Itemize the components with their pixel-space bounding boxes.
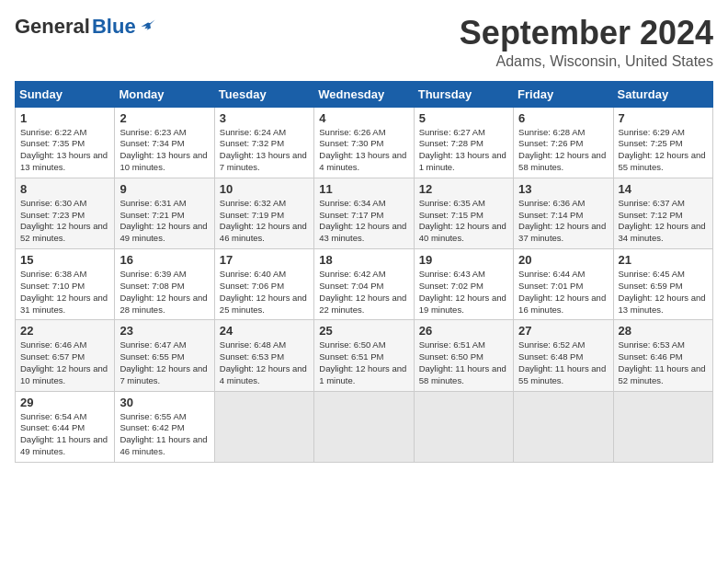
cell-content: Sunrise: 6:50 AMSunset: 6:51 PMDaylight:… xyxy=(319,339,408,386)
cell-content: Sunrise: 6:45 AMSunset: 6:59 PMDaylight:… xyxy=(619,269,708,316)
day-number: 10 xyxy=(220,182,309,196)
logo-blue: Blue xyxy=(92,15,136,39)
cell-content: Sunrise: 6:22 AMSunset: 7:35 PMDaylight:… xyxy=(20,127,109,174)
day-header-saturday: Saturday xyxy=(613,81,712,107)
day-number: 29 xyxy=(20,396,109,409)
day-number: 8 xyxy=(20,182,109,196)
day-number: 14 xyxy=(619,182,708,196)
logo-general: General xyxy=(15,15,90,39)
day-number: 18 xyxy=(319,253,408,267)
cell-content: Sunrise: 6:24 AMSunset: 7:32 PMDaylight:… xyxy=(220,127,309,174)
day-number: 26 xyxy=(419,324,508,338)
day-number: 27 xyxy=(518,324,608,338)
cell-content: Sunrise: 6:47 AMSunset: 6:55 PMDaylight:… xyxy=(119,339,209,386)
cell-content: Sunrise: 6:54 AMSunset: 6:44 PMDaylight:… xyxy=(20,411,109,458)
logo-bird-icon xyxy=(140,18,156,35)
calendar-week-5: 29Sunrise: 6:54 AMSunset: 6:44 PMDayligh… xyxy=(16,391,713,462)
calendar-cell-17: 17Sunrise: 6:40 AMSunset: 7:06 PMDayligh… xyxy=(214,249,313,320)
day-number: 20 xyxy=(518,253,608,267)
day-number: 12 xyxy=(419,182,508,196)
day-number: 9 xyxy=(119,182,209,196)
cell-content: Sunrise: 6:30 AMSunset: 7:23 PMDaylight:… xyxy=(20,198,109,245)
day-number: 16 xyxy=(119,253,209,267)
empty-cell xyxy=(414,391,513,462)
cell-content: Sunrise: 6:43 AMSunset: 7:02 PMDaylight:… xyxy=(419,269,508,316)
cell-content: Sunrise: 6:26 AMSunset: 7:30 PMDaylight:… xyxy=(319,127,408,174)
cell-content: Sunrise: 6:29 AMSunset: 7:25 PMDaylight:… xyxy=(619,127,708,174)
calendar-table: SundayMondayTuesdayWednesdayThursdayFrid… xyxy=(15,81,713,463)
calendar-cell-7: 7Sunrise: 6:29 AMSunset: 7:25 PMDaylight… xyxy=(613,107,712,178)
cell-content: Sunrise: 6:23 AMSunset: 7:34 PMDaylight:… xyxy=(119,127,209,174)
calendar-cell-21: 21Sunrise: 6:45 AMSunset: 6:59 PMDayligh… xyxy=(613,249,712,320)
day-number: 25 xyxy=(319,324,408,338)
day-number: 28 xyxy=(619,324,708,338)
calendar-cell-26: 26Sunrise: 6:51 AMSunset: 6:50 PMDayligh… xyxy=(414,320,513,391)
day-number: 15 xyxy=(20,253,109,267)
calendar-week-2: 8Sunrise: 6:30 AMSunset: 7:23 PMDaylight… xyxy=(16,178,713,248)
calendar-cell-6: 6Sunrise: 6:28 AMSunset: 7:26 PMDaylight… xyxy=(514,107,613,178)
calendar-week-3: 15Sunrise: 6:38 AMSunset: 7:10 PMDayligh… xyxy=(16,249,713,320)
empty-cell xyxy=(514,391,613,462)
logo: GeneralBlue xyxy=(15,15,156,39)
day-number: 7 xyxy=(619,111,708,125)
calendar-cell-4: 4Sunrise: 6:26 AMSunset: 7:30 PMDaylight… xyxy=(314,107,414,178)
calendar-cell-9: 9Sunrise: 6:31 AMSunset: 7:21 PMDaylight… xyxy=(115,178,214,248)
day-number: 17 xyxy=(220,253,309,267)
calendar-week-1: 1Sunrise: 6:22 AMSunset: 7:35 PMDaylight… xyxy=(16,107,713,178)
cell-content: Sunrise: 6:34 AMSunset: 7:17 PMDaylight:… xyxy=(319,198,408,245)
calendar-cell-1: 1Sunrise: 6:22 AMSunset: 7:35 PMDaylight… xyxy=(16,107,115,178)
cell-content: Sunrise: 6:46 AMSunset: 6:57 PMDaylight:… xyxy=(20,339,109,386)
calendar-cell-13: 13Sunrise: 6:36 AMSunset: 7:14 PMDayligh… xyxy=(514,178,613,248)
cell-content: Sunrise: 6:44 AMSunset: 7:01 PMDaylight:… xyxy=(518,269,608,316)
calendar-cell-23: 23Sunrise: 6:47 AMSunset: 6:55 PMDayligh… xyxy=(115,320,214,391)
day-number: 23 xyxy=(119,324,209,338)
calendar-cell-27: 27Sunrise: 6:52 AMSunset: 6:48 PMDayligh… xyxy=(514,320,613,391)
page-header: GeneralBlue September 2024 Adams, Wiscon… xyxy=(15,15,713,70)
calendar-cell-22: 22Sunrise: 6:46 AMSunset: 6:57 PMDayligh… xyxy=(16,320,115,391)
cell-content: Sunrise: 6:55 AMSunset: 6:42 PMDaylight:… xyxy=(119,411,209,458)
cell-content: Sunrise: 6:42 AMSunset: 7:04 PMDaylight:… xyxy=(319,269,408,316)
calendar-cell-15: 15Sunrise: 6:38 AMSunset: 7:10 PMDayligh… xyxy=(16,249,115,320)
day-header-monday: Monday xyxy=(115,81,214,107)
cell-content: Sunrise: 6:40 AMSunset: 7:06 PMDaylight:… xyxy=(220,269,309,316)
cell-content: Sunrise: 6:48 AMSunset: 6:53 PMDaylight:… xyxy=(220,339,309,386)
cell-content: Sunrise: 6:37 AMSunset: 7:12 PMDaylight:… xyxy=(619,198,708,245)
calendar-cell-5: 5Sunrise: 6:27 AMSunset: 7:28 PMDaylight… xyxy=(414,107,513,178)
cell-content: Sunrise: 6:27 AMSunset: 7:28 PMDaylight:… xyxy=(419,127,508,174)
cell-content: Sunrise: 6:51 AMSunset: 6:50 PMDaylight:… xyxy=(419,339,508,386)
day-number: 19 xyxy=(419,253,508,267)
day-header-sunday: Sunday xyxy=(16,81,115,107)
cell-content: Sunrise: 6:28 AMSunset: 7:26 PMDaylight:… xyxy=(518,127,608,174)
calendar-header-row: SundayMondayTuesdayWednesdayThursdayFrid… xyxy=(16,81,713,107)
day-number: 4 xyxy=(319,111,408,125)
cell-content: Sunrise: 6:36 AMSunset: 7:14 PMDaylight:… xyxy=(518,198,608,245)
calendar-cell-19: 19Sunrise: 6:43 AMSunset: 7:02 PMDayligh… xyxy=(414,249,513,320)
day-number: 24 xyxy=(220,324,309,338)
day-number: 22 xyxy=(20,324,109,338)
cell-content: Sunrise: 6:39 AMSunset: 7:08 PMDaylight:… xyxy=(119,269,209,316)
day-number: 5 xyxy=(419,111,508,125)
day-header-tuesday: Tuesday xyxy=(214,81,313,107)
calendar-cell-8: 8Sunrise: 6:30 AMSunset: 7:23 PMDaylight… xyxy=(16,178,115,248)
cell-content: Sunrise: 6:52 AMSunset: 6:48 PMDaylight:… xyxy=(518,339,608,386)
calendar-cell-3: 3Sunrise: 6:24 AMSunset: 7:32 PMDaylight… xyxy=(214,107,313,178)
calendar-cell-18: 18Sunrise: 6:42 AMSunset: 7:04 PMDayligh… xyxy=(314,249,414,320)
cell-content: Sunrise: 6:53 AMSunset: 6:46 PMDaylight:… xyxy=(619,339,708,386)
cell-content: Sunrise: 6:38 AMSunset: 7:10 PMDaylight:… xyxy=(20,269,109,316)
empty-cell xyxy=(613,391,712,462)
calendar-cell-16: 16Sunrise: 6:39 AMSunset: 7:08 PMDayligh… xyxy=(115,249,214,320)
calendar-week-4: 22Sunrise: 6:46 AMSunset: 6:57 PMDayligh… xyxy=(16,320,713,391)
cell-content: Sunrise: 6:35 AMSunset: 7:15 PMDaylight:… xyxy=(419,198,508,245)
month-title: September 2024 xyxy=(460,15,713,52)
empty-cell xyxy=(214,391,313,462)
calendar-cell-30: 30Sunrise: 6:55 AMSunset: 6:42 PMDayligh… xyxy=(115,391,214,462)
day-number: 11 xyxy=(319,182,408,196)
empty-cell xyxy=(314,391,414,462)
day-number: 2 xyxy=(119,111,209,125)
title-area: September 2024 Adams, Wisconsin, United … xyxy=(460,15,713,70)
calendar-cell-28: 28Sunrise: 6:53 AMSunset: 6:46 PMDayligh… xyxy=(613,320,712,391)
calendar-cell-12: 12Sunrise: 6:35 AMSunset: 7:15 PMDayligh… xyxy=(414,178,513,248)
day-header-thursday: Thursday xyxy=(414,81,513,107)
calendar-cell-2: 2Sunrise: 6:23 AMSunset: 7:34 PMDaylight… xyxy=(115,107,214,178)
day-header-friday: Friday xyxy=(514,81,613,107)
